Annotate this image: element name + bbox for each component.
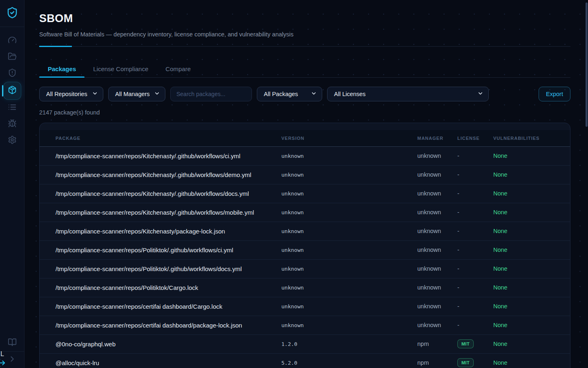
manager-cell: unknown — [417, 203, 457, 222]
table-row[interactable]: /tmp/compliance-scanner/repos/Kitchenast… — [40, 222, 570, 240]
license-cell: - — [457, 203, 493, 222]
package-cell: /tmp/compliance-scanner/repos/Kitchenast… — [40, 165, 281, 184]
tab-compare[interactable]: Compare — [157, 60, 199, 77]
vulnerabilities-cell: None — [493, 259, 570, 278]
license-cell: - — [457, 297, 493, 316]
gauge-icon — [8, 36, 17, 46]
sidebar-item-dashboard[interactable] — [3, 33, 21, 49]
active-indicator — [2, 85, 3, 96]
license-cell: - — [457, 146, 493, 165]
package-cell: @0no-co/graphql.web — [40, 334, 281, 353]
vulnerabilities-cell: None — [493, 278, 570, 297]
package-cell: @alloc/quick-lru — [40, 353, 281, 368]
table-row[interactable]: /tmp/compliance-scanner/repos/Kitchenast… — [40, 184, 570, 203]
licenses-select-value: All Licenses — [334, 91, 365, 97]
version-cell: unknown — [281, 316, 417, 334]
repositories-select[interactable]: All Repositories — [39, 87, 103, 101]
table-row[interactable]: /tmp/compliance-scanner/repos/Kitchenast… — [40, 203, 570, 222]
packages-select[interactable]: All Packages — [257, 87, 322, 101]
table-row[interactable]: /tmp/compliance-scanner/repos/Politiktok… — [40, 278, 570, 297]
column-header-vulnerabilities: Vulnerabilities — [493, 130, 570, 146]
version-cell: unknown — [281, 203, 417, 222]
overflow-label: L — [0, 350, 4, 358]
license-cell: - — [457, 165, 493, 184]
repositories-select-value: All Repositories — [46, 91, 87, 97]
version-cell: unknown — [281, 240, 417, 259]
table-row[interactable]: /tmp/compliance-scanner/repos/certifai d… — [40, 297, 570, 316]
vulnerabilities-cell: None — [493, 334, 570, 353]
package-cell: /tmp/compliance-scanner/repos/certifai d… — [40, 316, 281, 334]
vertical-scrollbar[interactable] — [586, 2, 588, 127]
book-open-icon — [8, 338, 17, 348]
shield-check-icon — [6, 7, 18, 20]
sidebar-item-sbom[interactable] — [3, 82, 21, 100]
bug-icon — [8, 119, 17, 130]
table-row[interactable]: /tmp/compliance-scanner/repos/certifai d… — [40, 316, 570, 334]
gear-icon — [8, 135, 17, 146]
sidebar-item-settings[interactable] — [3, 132, 21, 149]
license-cell: - — [457, 259, 493, 278]
manager-cell: unknown — [417, 278, 457, 297]
sidebar-item-docs[interactable] — [3, 335, 21, 351]
vulnerabilities-cell: None — [493, 146, 570, 165]
version-cell: unknown — [281, 222, 417, 240]
manager-cell: unknown — [417, 259, 457, 278]
tab-license-compliance[interactable]: License Compliance — [85, 60, 157, 77]
version-cell: unknown — [281, 184, 417, 203]
package-cell: /tmp/compliance-scanner/repos/Politiktok… — [40, 259, 281, 278]
table-row[interactable]: /tmp/compliance-scanner/repos/Kitchenast… — [40, 146, 570, 165]
table-row[interactable]: /tmp/compliance-scanner/repos/Kitchenast… — [40, 165, 570, 184]
sidebar-item-security[interactable] — [3, 65, 21, 82]
page-title: SBOM — [39, 12, 570, 25]
manager-cell: unknown — [417, 184, 457, 203]
vulnerabilities-cell: None — [493, 297, 570, 316]
packages-table-card: Package Version Manager License Vulnerab… — [39, 123, 570, 368]
manager-cell: unknown — [417, 165, 457, 184]
vulnerabilities-cell: None — [493, 203, 570, 222]
main-content: SBOM Software Bill of Materials — depend… — [24, 0, 588, 368]
version-cell: unknown — [281, 297, 417, 316]
vulnerabilities-cell: None — [493, 222, 570, 240]
table-row[interactable]: @alloc/quick-lru5.2.0npmMITNone — [40, 353, 570, 368]
vulnerabilities-cell: None — [493, 165, 570, 184]
app-logo[interactable] — [0, 0, 24, 27]
license-cell: - — [457, 240, 493, 259]
license-cell: - — [457, 316, 493, 334]
table-row[interactable]: /tmp/compliance-scanner/repos/Politiktok… — [40, 240, 570, 259]
list-icon — [8, 103, 17, 113]
license-cell: MIT — [457, 334, 493, 353]
title-divider-accent — [39, 46, 72, 47]
sidebar-nav — [0, 27, 24, 149]
version-cell: unknown — [281, 259, 417, 278]
chevron-down-icon — [307, 90, 317, 98]
package-cell: /tmp/compliance-scanner/repos/Politiktok… — [40, 240, 281, 259]
manager-cell: unknown — [417, 297, 457, 316]
search-input[interactable] — [170, 87, 252, 101]
vulnerabilities-cell: None — [493, 240, 570, 259]
table-header-row: Package Version Manager License Vulnerab… — [40, 130, 570, 146]
version-cell: unknown — [281, 278, 417, 297]
sidebar-item-inventory[interactable] — [3, 100, 21, 116]
version-cell: 5.2.0 — [281, 353, 417, 368]
title-divider — [39, 46, 570, 47]
version-cell: unknown — [281, 165, 417, 184]
table-row[interactable]: @0no-co/graphql.web1.2.0npmMITNone — [40, 334, 570, 353]
column-header-manager: Manager — [417, 130, 457, 146]
packages-select-value: All Packages — [264, 91, 298, 97]
export-button[interactable]: Export — [539, 87, 570, 101]
table-row[interactable]: /tmp/compliance-scanner/repos/Politiktok… — [40, 259, 570, 278]
managers-select[interactable]: All Managers — [108, 87, 165, 101]
sidebar-item-repositories[interactable] — [3, 49, 21, 65]
manager-cell: npm — [417, 334, 457, 353]
licenses-select[interactable]: All Licenses — [327, 87, 489, 101]
vulnerabilities-cell: None — [493, 184, 570, 203]
sidebar: L — [0, 0, 24, 368]
vulnerabilities-cell: None — [493, 353, 570, 368]
page-subtitle: Software Bill of Materials — dependency … — [39, 31, 570, 38]
column-header-license: License — [457, 130, 493, 146]
version-cell: unknown — [281, 146, 417, 165]
sidebar-item-vulnerabilities[interactable] — [3, 116, 21, 132]
tab-packages[interactable]: Packages — [39, 60, 85, 77]
chevron-down-icon — [151, 90, 160, 98]
folder-icon — [8, 52, 17, 63]
